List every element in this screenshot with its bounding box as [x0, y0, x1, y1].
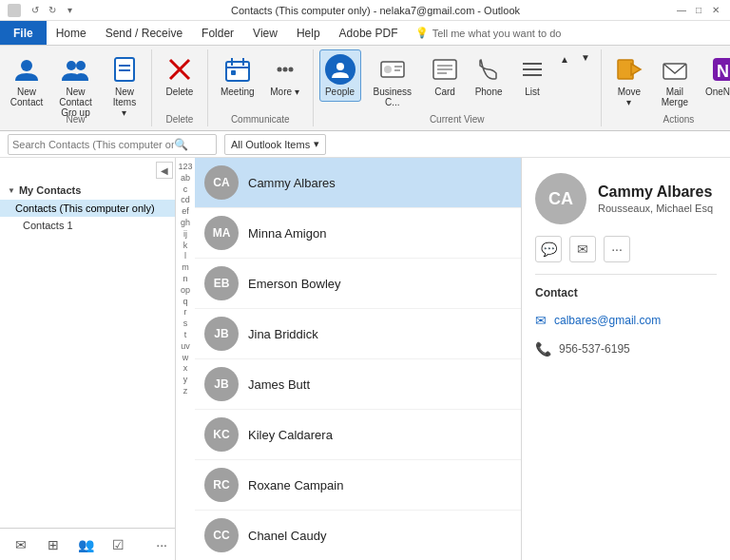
menu-file[interactable]: File	[0, 21, 47, 45]
alpha-z[interactable]: z	[183, 386, 188, 396]
contact-item-ca[interactable]: CACammy Albares	[195, 158, 521, 208]
alpha-r[interactable]: r	[184, 307, 187, 318]
people-view-button[interactable]: People	[319, 49, 361, 102]
minimize-btn[interactable]: —	[675, 4, 688, 17]
phone-view-label: Phone	[475, 87, 503, 97]
menu-adobe-pdf[interactable]: Adobe PDF	[330, 21, 408, 45]
alpha-123[interactable]: 123	[178, 162, 192, 172]
redo-btn[interactable]: ↻	[46, 4, 59, 17]
new-items-button[interactable]: NewItems ▾	[104, 49, 145, 123]
sidebar-item-contacts-this-computer[interactable]: Contacts (This computer only)	[0, 200, 175, 217]
search-box[interactable]: 🔍	[8, 134, 217, 155]
alpha-k[interactable]: k	[183, 241, 188, 251]
title-bar-left: ↺ ↻ ▾	[8, 4, 76, 17]
alpha-ij[interactable]: ij	[183, 229, 187, 240]
menu-home[interactable]: Home	[47, 21, 96, 45]
alpha-ef[interactable]: ef	[182, 206, 189, 217]
new-contact-group-button[interactable]: New ContactGro up	[49, 49, 102, 123]
detail-more-button[interactable]: ···	[604, 236, 630, 262]
ribbon-group-current-view: People Business C... Card Phone	[314, 49, 602, 126]
search-input[interactable]	[12, 139, 174, 150]
bottom-nav-more[interactable]: ···	[156, 537, 167, 552]
alpha-q[interactable]: q	[182, 297, 187, 307]
scope-label: All Outlook Items	[231, 139, 310, 150]
meeting-button[interactable]: Meeting	[214, 49, 261, 102]
business-card-view-button[interactable]: Business C...	[363, 49, 423, 112]
menu-view[interactable]: View	[243, 21, 287, 45]
contact-item-cc[interactable]: CCChanel Caudy	[195, 511, 521, 560]
list-icon	[517, 54, 548, 85]
card-view-button[interactable]: Card	[424, 49, 466, 102]
sidebar-header: ◀	[0, 158, 175, 181]
alpha-m[interactable]: m	[182, 262, 189, 273]
phone-icon	[473, 54, 504, 85]
list-view-button[interactable]: List	[511, 49, 553, 102]
alpha-uv[interactable]: uv	[181, 341, 190, 352]
delete-button[interactable]: Delete	[158, 49, 202, 102]
contact-name-ca: Cammy Albares	[248, 176, 336, 190]
bottom-nav-calendar[interactable]: ⊞	[40, 531, 67, 558]
phone-view-button[interactable]: Phone	[468, 49, 509, 102]
menu-help[interactable]: Help	[287, 21, 330, 45]
onenote-button[interactable]: N OneNote	[699, 49, 730, 102]
alpha-op[interactable]: op	[181, 285, 190, 296]
close-btn[interactable]: ✕	[709, 4, 722, 17]
my-contacts-header: ▼ My Contacts	[0, 181, 175, 200]
alpha-n[interactable]: n	[182, 274, 187, 284]
detail-email-icon: ✉	[535, 313, 547, 328]
new-contact-button[interactable]: NewContact	[6, 49, 48, 112]
more-button[interactable]: More ▾	[263, 49, 307, 102]
contact-item-jb2[interactable]: JBJames Butt	[195, 359, 521, 410]
detail-email-button[interactable]: ✉	[569, 236, 596, 262]
maximize-btn[interactable]: □	[692, 4, 705, 17]
contact-item-jb[interactable]: JBJina Briddick	[195, 309, 521, 359]
contact-item-rc[interactable]: RCRoxane Campain	[195, 460, 521, 511]
sidebar-collapse-button[interactable]: ◀	[156, 162, 173, 179]
tell-me-text[interactable]: Tell me what you want to do	[432, 28, 562, 39]
mail-merge-button[interactable]: MailMerge	[653, 49, 697, 112]
scope-dropdown[interactable]: All Outlook Items ▾	[224, 134, 326, 155]
ribbon-group-new: NewContact New ContactGro up NewItems ▾ …	[0, 49, 152, 126]
alpha-cd[interactable]: cd	[181, 195, 190, 205]
sidebar-item-contacts-1[interactable]: Contacts 1	[0, 217, 175, 234]
bottom-nav-tasks[interactable]: ☑	[105, 531, 131, 558]
my-contacts-label: My Contacts	[19, 184, 81, 196]
alpha-w[interactable]: w	[182, 353, 189, 363]
svg-point-1	[67, 61, 76, 70]
menu-send-receive[interactable]: Send / Receive	[96, 21, 192, 45]
view-scroll-up[interactable]: ▲	[555, 49, 574, 68]
detail-chat-button[interactable]: 💬	[535, 236, 562, 262]
alpha-s[interactable]: s	[183, 319, 188, 329]
undo-btn[interactable]: ↺	[29, 4, 42, 17]
move-button[interactable]: Move▾	[607, 49, 651, 112]
contact-item-ma[interactable]: MAMinna Amigon	[195, 208, 521, 259]
card-icon	[430, 54, 460, 85]
delete-icon	[164, 54, 195, 85]
bottom-nav-people[interactable]: 👥	[72, 531, 99, 558]
alpha-gh[interactable]: gh	[181, 218, 190, 228]
detail-email-value[interactable]: calbares@gmail.com	[554, 314, 661, 327]
scope-chevron-icon: ▾	[314, 138, 319, 150]
alpha-t[interactable]: t	[184, 330, 187, 340]
contact-item-eb[interactable]: EBEmerson Bowley	[195, 259, 521, 309]
bottom-nav-mail[interactable]: ✉	[8, 531, 34, 558]
contact-name-cc: Chanel Caudy	[248, 529, 326, 543]
ribbon-group-actions-label: Actions	[602, 114, 730, 125]
ribbon-group-communicate: Meeting More ▾ Communicate	[208, 49, 314, 126]
alpha-x[interactable]: x	[183, 363, 188, 374]
svg-point-16	[336, 63, 344, 70]
move-label: Move▾	[618, 87, 641, 107]
ribbon-group-communicate-label: Communicate	[208, 114, 313, 125]
detail-email-row: ✉ calbares@gmail.com	[535, 313, 717, 328]
detail-initials: CA	[548, 189, 573, 209]
contact-item-kc[interactable]: KCKiley Caldarera	[195, 410, 521, 460]
detail-phone-value: 956-537-6195	[559, 342, 630, 356]
alpha-l[interactable]: l	[184, 251, 186, 261]
alpha-ab[interactable]: ab	[181, 173, 190, 183]
alpha-c[interactable]: c	[183, 184, 188, 195]
view-scroll-down[interactable]: ▼	[576, 49, 595, 66]
alpha-y[interactable]: y	[183, 375, 188, 385]
more-label: More ▾	[270, 87, 299, 97]
customize-btn[interactable]: ▾	[63, 4, 76, 17]
menu-folder[interactable]: Folder	[192, 21, 243, 45]
